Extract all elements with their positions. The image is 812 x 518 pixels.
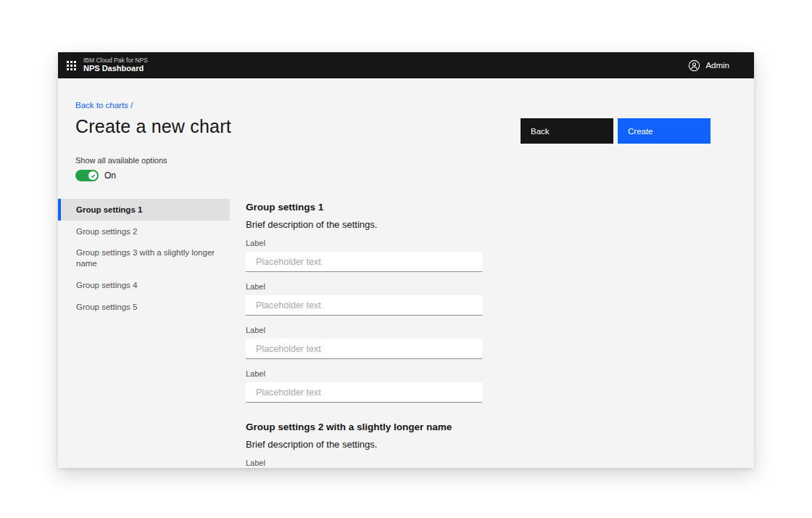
toggle-knob bbox=[88, 171, 97, 180]
form-section: Group settings 2 with a slightly longer … bbox=[246, 422, 482, 468]
app-switcher-icon[interactable] bbox=[67, 61, 76, 70]
form-field: Label bbox=[246, 239, 482, 272]
form-section: Group settings 1Brief description of the… bbox=[246, 202, 482, 403]
form-field: Label bbox=[246, 326, 482, 359]
text-input[interactable] bbox=[246, 382, 482, 403]
settings-form: Group settings 1Brief description of the… bbox=[246, 199, 482, 468]
main-area: Group settings 1Group settings 2Group se… bbox=[58, 199, 754, 468]
sidebar-item-group-settings-1[interactable]: Group settings 1 bbox=[58, 199, 230, 221]
form-field: Label bbox=[246, 369, 482, 403]
header-left: IBM Cloud Pak for NPS NPS Dashboard bbox=[58, 57, 148, 74]
field-label: Label bbox=[246, 369, 482, 378]
form-field: Label bbox=[246, 459, 482, 468]
settings-group-nav: Group settings 1Group settings 2Group se… bbox=[58, 199, 230, 318]
product-eyebrow: IBM Cloud Pak for NPS bbox=[83, 57, 148, 65]
header-user-menu[interactable]: Admin bbox=[688, 59, 754, 72]
back-button[interactable]: Back bbox=[521, 118, 613, 144]
user-name-label: Admin bbox=[705, 61, 729, 70]
toggle-state-label: On bbox=[104, 170, 116, 181]
field-label: Label bbox=[246, 326, 482, 334]
action-buttons: Back Create bbox=[521, 118, 710, 144]
options-toggle-section: Show all available options On bbox=[75, 156, 754, 181]
page-title: Create a new chart bbox=[75, 116, 231, 137]
text-input[interactable] bbox=[246, 295, 482, 316]
toggle-label: Show all available options bbox=[75, 156, 754, 165]
title-row: Create a new chart Back Create bbox=[75, 116, 754, 144]
app-title: NPS Dashboard bbox=[83, 64, 148, 74]
header-titles: IBM Cloud Pak for NPS NPS Dashboard bbox=[83, 57, 148, 74]
section-description: Brief description of the settings. bbox=[246, 439, 482, 450]
create-button[interactable]: Create bbox=[618, 118, 710, 144]
field-label: Label bbox=[246, 239, 482, 247]
section-description: Brief description of the settings. bbox=[246, 219, 482, 230]
form-field: Label bbox=[246, 282, 482, 316]
user-avatar-icon bbox=[688, 59, 700, 72]
top-header-bar: IBM Cloud Pak for NPS NPS Dashboard Admi… bbox=[58, 52, 754, 78]
field-label: Label bbox=[246, 459, 482, 467]
app-window: IBM Cloud Pak for NPS NPS Dashboard Admi… bbox=[58, 52, 754, 468]
text-input[interactable] bbox=[246, 339, 482, 359]
section-heading: Group settings 2 with a slightly longer … bbox=[246, 422, 482, 432]
sidebar-item-group-settings-3[interactable]: Group settings 3 with a slightly longer … bbox=[58, 242, 230, 274]
toggle-row: On bbox=[75, 170, 754, 181]
sidebar-item-group-settings-5[interactable]: Group settings 5 bbox=[58, 296, 230, 318]
sidebar-item-group-settings-2[interactable]: Group settings 2 bbox=[58, 221, 230, 242]
field-label: Label bbox=[246, 282, 482, 291]
text-input[interactable] bbox=[246, 252, 482, 272]
breadcrumb[interactable]: Back to charts / bbox=[75, 101, 133, 110]
options-toggle-switch[interactable] bbox=[75, 170, 99, 181]
section-heading: Group settings 1 bbox=[246, 202, 482, 213]
sidebar-item-group-settings-4[interactable]: Group settings 4 bbox=[58, 274, 230, 296]
